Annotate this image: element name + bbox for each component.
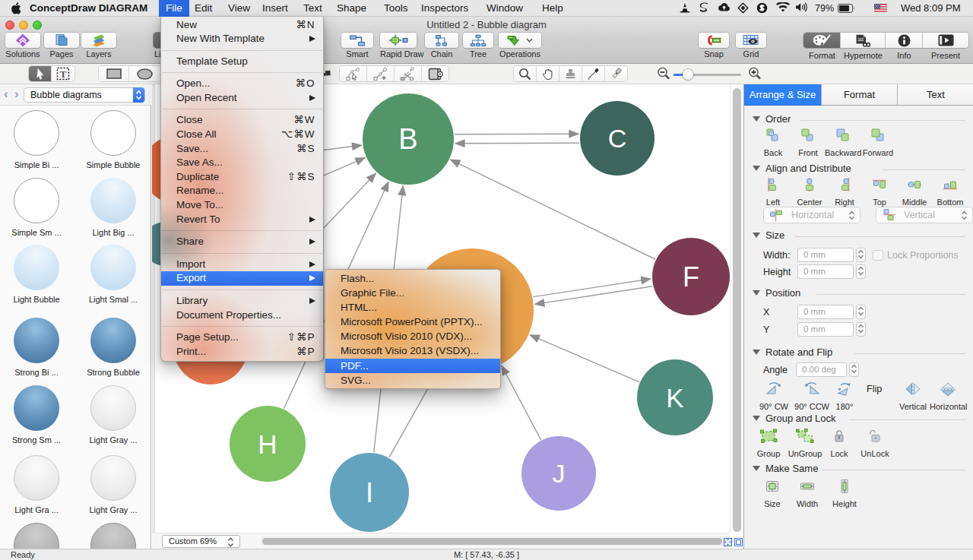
- add-node-icon[interactable]: [367, 66, 395, 81]
- disclosure-triangle-icon[interactable]: [753, 166, 760, 171]
- file-menu-item-save[interactable]: Save...⌘S: [161, 142, 323, 157]
- inspector-button-backward[interactable]: Backward: [825, 128, 861, 157]
- disclosure-triangle-icon[interactable]: [753, 233, 760, 238]
- inspector-button-width[interactable]: Width: [789, 479, 826, 508]
- export-menu-item-pdf[interactable]: PDF...: [325, 359, 500, 373]
- shape-item-simple-sm[interactable]: Simple Sm ...: [2, 178, 71, 237]
- file-menu-item-open-recent[interactable]: Open Recent: [161, 91, 323, 106]
- export-menu-item-svg[interactable]: SVG...: [325, 373, 500, 388]
- inspector-button-center[interactable]: Center: [791, 177, 828, 207]
- shape-item-light-gray[interactable]: Light Gray ...: [78, 385, 148, 445]
- menubar-item-insert[interactable]: Insert: [255, 0, 295, 17]
- shape-item-strong-bi[interactable]: Strong Bi ...: [2, 318, 71, 377]
- bubble-F[interactable]: F: [652, 238, 730, 315]
- shape-item-light-smal[interactable]: Light Smal ...: [78, 245, 148, 304]
- file-menu-item-new[interactable]: New⌘N: [161, 18, 323, 33]
- toolbar-button-solutions[interactable]: Solutions: [5, 33, 40, 59]
- inspector-button-middle[interactable]: Middle: [896, 177, 933, 207]
- lock-proportions-checkbox[interactable]: [873, 250, 883, 261]
- bubble-C[interactable]: C: [580, 101, 654, 176]
- edge-D-F[interactable]: [533, 279, 651, 297]
- diamond-icon[interactable]: [737, 2, 749, 16]
- export-menu-item-graphic-file[interactable]: Graphic File...: [325, 286, 500, 300]
- shape-item-strong-bubble[interactable]: Strong Bubble: [78, 318, 148, 377]
- zoom-slider-knob[interactable]: [683, 69, 693, 80]
- menubar-item-edit[interactable]: Edit: [188, 0, 219, 17]
- toolbar-button-layers[interactable]: Layers: [81, 33, 116, 59]
- file-menu-item-close-all[interactable]: Close All⌥⌘W: [161, 128, 323, 142]
- inspector-button-left[interactable]: Left: [755, 177, 791, 207]
- volume-icon[interactable]: [795, 2, 808, 14]
- inspector-button-top[interactable]: Top: [861, 177, 898, 207]
- edge-K-D[interactable]: [530, 335, 639, 382]
- apple-menu[interactable]: [11, 2, 21, 17]
- file-menu-item-library[interactable]: Library: [161, 294, 323, 308]
- export-menu-item-microsoft-powerpoint-pptx[interactable]: Microsoft PowerPoint (PPTX)...: [325, 315, 500, 329]
- battery-icon[interactable]: [838, 4, 855, 15]
- edge-C-B[interactable]: [455, 143, 579, 144]
- shape-item-simple-bi[interactable]: Simple Bi ...: [2, 110, 71, 169]
- toolbar-button-hypernote[interactable]: [841, 33, 886, 48]
- cloud-upload-icon[interactable]: [717, 2, 731, 14]
- library-select[interactable]: Bubble diagrams: [24, 87, 145, 103]
- inspector-button-bottom[interactable]: Bottom: [932, 177, 968, 207]
- toolbar-button-pages[interactable]: Pages: [44, 33, 79, 59]
- wifi-icon[interactable]: [776, 2, 790, 14]
- edge-J-D[interactable]: [502, 365, 541, 439]
- close-window-button[interactable]: [5, 21, 14, 30]
- file-menu-item-revert-to[interactable]: Revert To: [161, 213, 323, 227]
- inspector-button-right[interactable]: Right: [826, 177, 863, 207]
- us-flag-icon[interactable]: [874, 4, 887, 15]
- bubble-J[interactable]: J: [521, 436, 596, 511]
- toolbar-button-info[interactable]: [886, 33, 923, 48]
- zoom-in-icon[interactable]: [748, 67, 762, 84]
- zoom-slider[interactable]: [673, 74, 741, 76]
- tab-text[interactable]: Text: [898, 84, 973, 106]
- text-tool-icon[interactable]: T: [52, 66, 74, 81]
- disclosure-triangle-icon[interactable]: [753, 466, 760, 471]
- export-menu-item-microsoft-visio-2013-vsdx[interactable]: Microsoft Visio 2013 (VSDX)...: [325, 343, 500, 358]
- split-curve-icon[interactable]: [395, 66, 422, 81]
- file-menu-item-export[interactable]: Export: [161, 271, 323, 286]
- fit-page-button[interactable]: [724, 536, 732, 549]
- vertical-scrollbar-thumb[interactable]: [733, 88, 741, 532]
- vertical-scrollbar[interactable]: [730, 84, 743, 533]
- menubar-item-file[interactable]: File: [159, 0, 189, 17]
- shape-item-simple-bubble[interactable]: Simple Bubble: [78, 110, 148, 169]
- field-stepper[interactable]: [849, 362, 859, 377]
- zoom-level-control[interactable]: Custom 69%: [162, 535, 240, 548]
- distribute-horizontal-select[interactable]: Horizontal: [763, 207, 860, 223]
- field-stepper[interactable]: [856, 305, 866, 319]
- shape-item-light-bubble[interactable]: Light Bubble: [2, 245, 71, 304]
- field-stepper[interactable]: [856, 264, 866, 279]
- paintbrush-icon[interactable]: [605, 66, 627, 81]
- file-menu-item-duplicate[interactable]: Duplicate⇧⌘S: [161, 170, 323, 185]
- toolbar-button-grid[interactable]: Grid: [736, 33, 766, 59]
- toolbar-button-rapid-draw[interactable]: Rapid Draw: [380, 33, 417, 59]
- menubar-clock[interactable]: Wed 8:09 PM: [901, 0, 961, 17]
- rectangle-tool-icon[interactable]: [99, 66, 129, 81]
- horizontal-scrollbar[interactable]: [261, 536, 734, 546]
- inspector-button-ungroup[interactable]: UnGroup: [787, 429, 823, 458]
- menubar-item-help[interactable]: Help: [535, 0, 570, 17]
- file-menu-item-rename[interactable]: Rename...: [161, 184, 323, 198]
- menubar-item-view[interactable]: View: [221, 0, 257, 17]
- section-header[interactable]: Size: [753, 230, 784, 241]
- inspector-button-back[interactable]: Back: [755, 128, 791, 157]
- toolbar-button-tree[interactable]: Tree: [463, 33, 493, 59]
- inspector-button-90-ccw[interactable]: 90° CCW: [794, 381, 830, 411]
- shape-item-light-gra[interactable]: Light Gra ...: [2, 455, 71, 514]
- inspector-button-size[interactable]: Size: [754, 479, 791, 508]
- toolbar-button-smart[interactable]: Smart: [341, 33, 373, 59]
- inspector-button-vertical[interactable]: Vertical: [895, 381, 931, 411]
- stamp-tool-icon[interactable]: [559, 66, 582, 81]
- menubar-item-window[interactable]: Window: [480, 0, 530, 17]
- actual-size-button[interactable]: [734, 536, 743, 549]
- section-header[interactable]: Rotate and Flip: [753, 347, 832, 358]
- disclosure-triangle-icon[interactable]: [753, 350, 760, 355]
- minimize-window-button[interactable]: [19, 21, 28, 30]
- file-menu-item-close[interactable]: Close⌘W: [161, 113, 323, 128]
- edit-nodes-icon[interactable]: [340, 66, 367, 81]
- skype-icon[interactable]: [756, 2, 768, 16]
- library-panel-icon[interactable]: [422, 66, 448, 81]
